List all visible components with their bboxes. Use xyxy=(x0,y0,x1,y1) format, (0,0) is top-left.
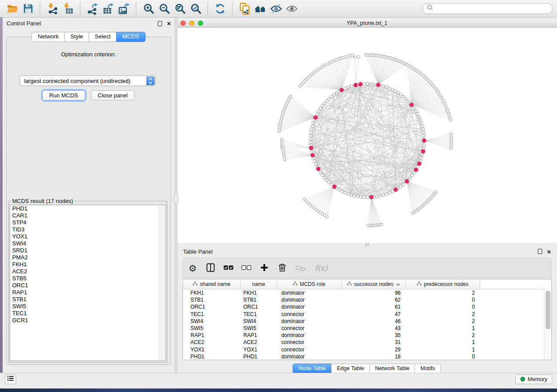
network-node[interactable] xyxy=(282,148,284,150)
delete-columns-button[interactable] xyxy=(275,260,289,276)
network-node[interactable] xyxy=(360,196,363,199)
network-node[interactable] xyxy=(338,189,341,192)
network-node[interactable] xyxy=(350,85,353,88)
network-node[interactable] xyxy=(310,128,313,131)
network-view[interactable] xyxy=(177,28,557,243)
float-panel-icon[interactable] xyxy=(538,249,542,254)
network-node[interactable] xyxy=(347,193,350,196)
column-header-name[interactable]: name xyxy=(241,279,277,289)
list-item[interactable]: TEC1 xyxy=(10,310,166,317)
tab-network[interactable]: Network xyxy=(31,32,65,42)
network-node[interactable] xyxy=(411,174,414,177)
network-node[interactable] xyxy=(282,151,285,153)
network-node[interactable] xyxy=(281,145,284,148)
network-node[interactable] xyxy=(366,196,369,199)
network-node[interactable] xyxy=(321,104,324,107)
browse-mode-button[interactable] xyxy=(204,260,218,276)
mcds-hub-node[interactable] xyxy=(354,83,358,87)
column-header-shared-name[interactable]: shared name xyxy=(183,279,241,289)
list-item[interactable]: TID3 xyxy=(10,226,166,233)
network-node[interactable] xyxy=(332,93,336,96)
network-node[interactable] xyxy=(284,158,286,161)
network-node[interactable] xyxy=(366,83,369,86)
network-node[interactable] xyxy=(314,163,317,166)
network-node[interactable] xyxy=(391,190,394,193)
network-node[interactable] xyxy=(313,160,316,163)
open-session-button[interactable] xyxy=(4,1,20,16)
network-node[interactable] xyxy=(416,113,419,116)
tab-select[interactable]: Select xyxy=(89,32,117,42)
network-node[interactable] xyxy=(310,131,313,134)
table-row[interactable]: ACE2ACE2connector311 xyxy=(183,339,545,346)
network-node[interactable] xyxy=(418,116,421,119)
table-row[interactable]: FKH1FKH1dominator962 xyxy=(183,289,545,296)
network-node[interactable] xyxy=(407,100,410,103)
network-node[interactable] xyxy=(421,154,424,157)
zoom-fit-button[interactable] xyxy=(172,1,188,16)
float-panel-icon[interactable] xyxy=(158,21,162,26)
tab-edge-table[interactable]: Edge Table xyxy=(331,364,370,374)
mcds-hub-node[interactable] xyxy=(405,179,409,183)
network-node[interactable] xyxy=(385,86,388,89)
network-node[interactable] xyxy=(350,193,353,196)
network-node[interactable] xyxy=(363,83,366,86)
network-node[interactable] xyxy=(421,125,424,128)
network-node[interactable] xyxy=(388,87,391,90)
close-panel-icon[interactable]: × xyxy=(167,20,171,27)
network-node[interactable] xyxy=(391,88,394,91)
table-scrollbar[interactable] xyxy=(544,289,551,360)
network-overview-button[interactable] xyxy=(253,1,268,16)
tab-motifs[interactable]: Motifs xyxy=(415,364,440,374)
network-node[interactable] xyxy=(402,183,405,186)
network-node[interactable] xyxy=(382,85,385,88)
network-node[interactable] xyxy=(344,87,347,90)
mcds-hub-node[interactable] xyxy=(410,103,414,107)
mcds-hub-node[interactable] xyxy=(414,168,418,172)
list-item[interactable]: PHD1 xyxy=(10,205,166,212)
tab-mcds[interactable]: MCDS xyxy=(116,32,145,42)
network-node[interactable] xyxy=(323,102,326,105)
list-item[interactable]: SRD1 xyxy=(10,247,166,254)
network-node[interactable] xyxy=(420,157,423,160)
network-node[interactable] xyxy=(311,125,314,128)
network-node[interactable] xyxy=(385,193,388,196)
table-row[interactable]: ORC1ORC1dominator610 xyxy=(183,303,545,310)
network-node[interactable] xyxy=(282,153,285,156)
network-node[interactable] xyxy=(325,100,328,103)
select-all-columns-button[interactable] xyxy=(221,260,235,276)
column-header-mcds-role[interactable]: MCDS role xyxy=(277,279,342,289)
network-node[interactable] xyxy=(310,150,313,153)
network-node[interactable] xyxy=(419,118,422,121)
network-node[interactable] xyxy=(321,174,324,177)
network-node[interactable] xyxy=(422,131,425,134)
network-node[interactable] xyxy=(330,95,333,98)
list-item[interactable]: CAR1 xyxy=(10,212,166,219)
network-node[interactable] xyxy=(316,113,319,116)
network-node[interactable] xyxy=(357,55,360,58)
mcds-hub-node[interactable] xyxy=(422,139,426,143)
zoom-in-button[interactable] xyxy=(141,1,156,16)
network-node[interactable] xyxy=(341,190,344,193)
create-column-button[interactable] xyxy=(257,260,271,276)
list-item[interactable]: STB1 xyxy=(10,296,166,303)
network-node[interactable] xyxy=(309,134,312,138)
network-node[interactable] xyxy=(330,183,333,186)
table-row[interactable]: SWI4SWI4dominator462 xyxy=(183,318,545,325)
mcds-hub-node[interactable] xyxy=(332,185,336,189)
new-network-from-selection-button[interactable] xyxy=(237,1,253,16)
import-table-button[interactable] xyxy=(60,1,76,16)
list-item[interactable]: GCR1 xyxy=(10,317,166,324)
list-item[interactable]: RAP1 xyxy=(10,289,166,296)
mcds-hub-node[interactable] xyxy=(359,83,363,86)
show-graphics-details-button[interactable] xyxy=(284,1,300,16)
import-network-button[interactable] xyxy=(45,1,60,16)
network-node[interactable] xyxy=(328,181,331,184)
network-node[interactable] xyxy=(415,110,418,113)
tab-node-table[interactable]: Node Table xyxy=(293,364,332,374)
list-item[interactable]: PMA2 xyxy=(10,254,166,261)
network-node[interactable] xyxy=(372,83,375,86)
mcds-hub-node[interactable] xyxy=(370,195,374,199)
mcds-hub-node[interactable] xyxy=(309,146,313,150)
table-row[interactable]: RAP1RAP1dominator352 xyxy=(183,332,545,339)
criterion-select[interactable]: largest connected component (undirected) xyxy=(20,76,156,86)
